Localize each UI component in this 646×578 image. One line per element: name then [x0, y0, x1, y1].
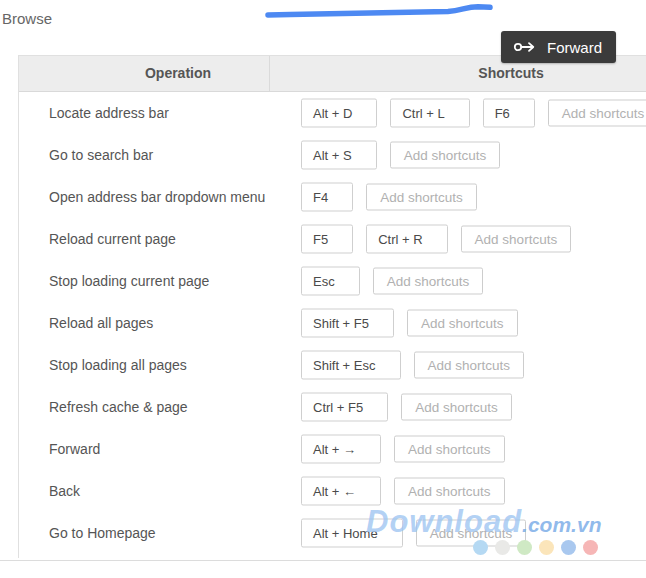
shortcut-key-field[interactable]: Esc [301, 267, 360, 296]
column-header-operation: Operation [78, 56, 278, 91]
shortcut-key-field[interactable]: F5 [301, 225, 353, 254]
section-divider [0, 560, 646, 561]
operation-label: Forward [49, 441, 100, 457]
shortcut-key-field[interactable]: Alt + ← [301, 477, 381, 506]
add-shortcuts-button[interactable]: Add shortcuts [390, 142, 501, 169]
shortcut-key-field[interactable]: Alt + → [301, 435, 381, 464]
shortcut-keys: Ctrl + F5Add shortcuts [301, 393, 512, 422]
shortcut-key-field[interactable]: F4 [301, 183, 353, 212]
operation-label: Stop loading current page [49, 273, 209, 289]
shortcut-key-field[interactable]: Alt + S [301, 141, 377, 170]
operation-label: Stop loading all pages [49, 357, 187, 373]
shortcut-row: Go to search bar Alt + SAdd shortcuts [19, 134, 646, 176]
operation-label: Refresh cache & page [49, 399, 188, 415]
add-shortcuts-button[interactable]: Add shortcuts [401, 394, 512, 421]
gesture-forward-icon [513, 39, 538, 55]
shortcut-key-field[interactable]: Ctrl + L [390, 99, 469, 128]
page-title: Browse [2, 10, 52, 27]
operation-label: Go to Homepage [49, 525, 156, 541]
table-body: Locate address bar Alt + DCtrl + LF6Add … [19, 92, 646, 554]
add-shortcuts-button[interactable]: Add shortcuts [394, 478, 505, 505]
shortcut-keys: Shift + F5Add shortcuts [301, 309, 518, 338]
shortcut-keys: Shift + EscAdd shortcuts [301, 351, 524, 380]
shortcut-key-field[interactable]: Shift + F5 [301, 309, 394, 338]
operation-label: Back [49, 483, 80, 499]
shortcut-row: Reload all pages Shift + F5Add shortcuts [19, 302, 646, 344]
add-shortcuts-button[interactable]: Add shortcuts [394, 436, 505, 463]
shortcut-key-field[interactable]: Alt + D [301, 99, 377, 128]
operation-label: Go to search bar [49, 147, 153, 163]
column-divider [269, 56, 270, 91]
add-shortcuts-button[interactable]: Add shortcuts [414, 352, 525, 379]
shortcut-row: Stop loading all pages Shift + EscAdd sh… [19, 344, 646, 386]
operation-label: Reload all pages [49, 315, 153, 331]
shortcut-key-field[interactable]: Alt + Home [301, 519, 403, 548]
shortcut-row: Open address bar dropdown menu F4Add sho… [19, 176, 646, 218]
shortcut-row: Go to Homepage Alt + HomeAdd shortcuts [19, 512, 646, 554]
operation-label: Reload current page [49, 231, 176, 247]
shortcuts-table: Operation Shortcuts Locate address bar A… [18, 55, 646, 558]
operation-label: Open address bar dropdown menu [49, 189, 265, 205]
shortcut-row: Forward Alt + →Add shortcuts [19, 428, 646, 470]
add-shortcuts-button[interactable]: Add shortcuts [366, 184, 477, 211]
shortcut-keys: Alt + SAdd shortcuts [301, 141, 500, 170]
shortcut-keys: F4Add shortcuts [301, 183, 477, 212]
add-shortcuts-button[interactable]: Add shortcuts [416, 520, 527, 547]
shortcut-row: Refresh cache & page Ctrl + F5Add shortc… [19, 386, 646, 428]
shortcut-row: Locate address bar Alt + DCtrl + LF6Add … [19, 92, 646, 134]
gesture-tooltip-label: Forward [547, 39, 602, 56]
shortcut-row: Back Alt + ←Add shortcuts [19, 470, 646, 512]
add-shortcuts-button[interactable]: Add shortcuts [548, 100, 646, 127]
shortcut-keys: Alt + ←Add shortcuts [301, 477, 505, 506]
shortcut-keys: Alt + DCtrl + LF6Add shortcuts [301, 99, 646, 128]
add-shortcuts-button[interactable]: Add shortcuts [461, 226, 572, 253]
shortcut-key-field[interactable]: Ctrl + F5 [301, 393, 388, 422]
shortcut-keys: EscAdd shortcuts [301, 267, 483, 296]
shortcut-key-field[interactable]: Shift + Esc [301, 351, 401, 380]
add-shortcuts-button[interactable]: Add shortcuts [407, 310, 518, 337]
shortcut-key-field[interactable]: Ctrl + R [366, 225, 447, 254]
shortcut-keys: Alt + →Add shortcuts [301, 435, 505, 464]
operation-label: Locate address bar [49, 105, 169, 121]
shortcut-key-field[interactable]: F6 [483, 99, 535, 128]
shortcut-row: Reload current page F5Ctrl + RAdd shortc… [19, 218, 646, 260]
gesture-tooltip: Forward [501, 31, 616, 63]
shortcut-row: Stop loading current page EscAdd shortcu… [19, 260, 646, 302]
add-shortcuts-button[interactable]: Add shortcuts [373, 268, 484, 295]
mouse-gesture-trail [252, 0, 502, 24]
shortcut-keys: F5Ctrl + RAdd shortcuts [301, 225, 571, 254]
shortcut-keys: Alt + HomeAdd shortcuts [301, 519, 526, 548]
